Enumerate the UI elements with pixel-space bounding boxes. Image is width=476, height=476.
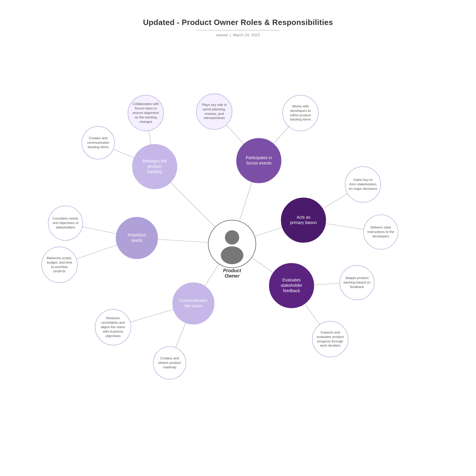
- text-line-collaborates-0: Collaborates with: [133, 102, 159, 106]
- text-line-delivers-clear-0: Delivers clear: [370, 226, 391, 229]
- text-line-communicates-1: the vision: [184, 303, 202, 308]
- text-line-creates-shares-0: Creates and: [160, 356, 179, 360]
- main-node-evaluates: Evaluatesstakeholderfeedback: [269, 263, 314, 308]
- text-line-plays-key-role-2: reviews, and: [205, 112, 224, 115]
- leaf-node-creates-shares: Creates andshares productroadmap: [153, 347, 186, 379]
- leaf-node-delivers-clear: Delivers clearinstructions to thedevelop…: [364, 215, 398, 249]
- text-line-considers-1: and objectives of: [53, 221, 79, 225]
- text-line-manages-1: product: [148, 164, 162, 169]
- text-line-reduces-4: objectives: [105, 334, 120, 338]
- main-node-participates: Participates inScrum events: [237, 138, 281, 183]
- leaf-node-reduces: Reducesuncertainty andaligns the visionw…: [95, 309, 131, 345]
- page-header: Updated - Product Owner Roles & Responsi…: [0, 0, 476, 37]
- text-line-delivers-clear-2: developers: [372, 234, 389, 238]
- text-line-acts-0: Acts as: [297, 215, 310, 220]
- nodes-group: ProductOwnerManages theproductbacklogPar…: [42, 94, 398, 379]
- center-label: ProductOwner: [223, 268, 241, 278]
- main-node-communicates: Communicatesthe vision: [173, 283, 214, 324]
- center-person-icon: [208, 220, 256, 268]
- text-line-participates-1: Scrum events: [246, 161, 272, 165]
- text-line-collaborates-1: Scrum team to: [135, 107, 157, 110]
- leaf-node-inspects: Inspects andevaluates productprogress th…: [312, 321, 348, 357]
- text-line-gains-buyin-0: Gains buy-in: [353, 178, 373, 181]
- text-line-manages-2: backlog: [148, 169, 162, 174]
- text-line-gains-buyin-1: from stakeholders: [349, 182, 377, 186]
- text-line-adapts-backlog-1: backlog based on: [344, 281, 370, 284]
- text-line-works-with-devs-2: refine product: [290, 113, 311, 117]
- main-node-manages: Manages theproductbacklog: [132, 144, 177, 189]
- author-label: awood: [216, 33, 228, 37]
- date-label: March 24, 2023: [233, 33, 260, 37]
- text-line-creates-communicates-2: backlog items: [88, 145, 109, 149]
- leaf-node-balances: Balances scope,budget, and timeto priori…: [42, 247, 77, 283]
- text-line-manages-0: Manages the: [143, 159, 167, 163]
- leaf-node-creates-communicates: Creates andcommunicatesbacklog items: [82, 126, 115, 159]
- text-line-creates-shares-2: roadmap: [163, 365, 176, 369]
- text-line-creates-shares-1: shares product: [158, 361, 181, 364]
- text-line-considers-2: stakeholders: [56, 226, 75, 229]
- text-line-works-with-devs-0: Works with: [292, 104, 309, 108]
- leaf-node-considers: Considers needsand objectives ofstakehol…: [48, 206, 83, 240]
- text-line-plays-key-role-3: retrospectives: [203, 116, 225, 120]
- text-line-collaborates-4: changes: [139, 120, 152, 123]
- text-line-balances-3: projects: [54, 269, 66, 273]
- svg-point-1: [225, 230, 239, 245]
- text-line-reduces-0: Reduces: [106, 316, 120, 320]
- text-line-communicates-0: Communicates: [179, 298, 207, 303]
- text-line-reduces-3: with business: [102, 330, 123, 333]
- text-line-creates-communicates-1: communicates: [87, 141, 109, 144]
- text-line-inspects-3: each iteration: [320, 344, 340, 347]
- text-line-balances-1: budget, and time: [47, 261, 72, 264]
- svg-point-2: [221, 246, 243, 264]
- text-line-reduces-2: aligns the vision: [101, 325, 125, 329]
- text-line-works-with-devs-1: developers to: [290, 109, 311, 112]
- text-evaluates: Evaluatesstakeholderfeedback: [281, 278, 303, 293]
- center-text-0: Product: [223, 268, 241, 273]
- leaf-node-collaborates: Collaborates withScrum team toensure ali…: [128, 95, 164, 131]
- text-line-evaluates-2: feedback: [283, 288, 300, 293]
- text-line-prioritizes-1: needs: [131, 238, 143, 243]
- text-line-adapts-backlog-2: feedback: [350, 285, 364, 289]
- text-line-evaluates-0: Evaluates: [282, 278, 300, 282]
- text-line-acts-1: primary liaison: [290, 220, 317, 225]
- text-line-plays-key-role-1: sprint planning,: [203, 107, 226, 111]
- text-line-balances-0: Balances scope,: [47, 256, 72, 260]
- text-line-balances-2: to prioritize: [51, 265, 68, 269]
- text-line-works-with-devs-3: backlog items: [290, 118, 311, 121]
- text-creates-communicates: Creates andcommunicatesbacklog items: [87, 136, 109, 149]
- header-subtitle: awood | March 24, 2023: [0, 33, 476, 37]
- main-node-prioritizes: Prioritizesneeds: [116, 217, 158, 259]
- text-line-delivers-clear-1: instructions to the: [367, 230, 394, 234]
- header-divider: [196, 30, 280, 30]
- leaf-node-gains-buyin: Gains buy-infrom stakeholderson major de…: [345, 167, 381, 202]
- text-line-collaborates-2: ensure alignment: [133, 111, 159, 115]
- mindmap-svg: ProductOwnerManages theproductbacklogPar…: [0, 48, 476, 470]
- text-line-plays-key-role-0: Plays key role in: [202, 103, 227, 107]
- mindmap-diagram: ProductOwnerManages theproductbacklogPar…: [0, 48, 476, 470]
- text-line-gains-buyin-2: on major decisions: [349, 187, 377, 190]
- main-node-acts: Acts asprimary liaison: [281, 198, 326, 242]
- text-line-evaluates-1: stakeholder: [281, 283, 303, 288]
- text-line-creates-communicates-0: Creates and: [89, 136, 108, 140]
- leaf-node-adapts-backlog: Adapts productbacklog based onfeedback: [340, 265, 374, 300]
- text-considers: Considers needsand objectives ofstakehol…: [53, 217, 79, 229]
- text-line-inspects-2: progress through: [317, 339, 343, 343]
- text-line-inspects-1: evaluates product: [317, 335, 344, 339]
- text-line-reduces-1: uncertainty and: [101, 321, 125, 324]
- center-text-1: Owner: [225, 273, 240, 278]
- leaf-node-plays-key-role: Plays key role insprint planning,reviews…: [196, 94, 232, 129]
- leaf-node-works-with-devs: Works withdevelopers torefine productbac…: [283, 95, 318, 131]
- text-line-prioritizes-0: Prioritizes: [128, 233, 146, 237]
- text-line-adapts-backlog-0: Adapts product: [345, 276, 369, 280]
- text-line-collaborates-3: as the backlog: [135, 115, 157, 119]
- page-title: Updated - Product Owner Roles & Responsi…: [0, 18, 476, 27]
- text-line-considers-0: Considers needs: [53, 217, 79, 220]
- text-line-participates-0: Participates in: [246, 155, 272, 160]
- text-line-inspects-0: Inspects and: [320, 331, 340, 334]
